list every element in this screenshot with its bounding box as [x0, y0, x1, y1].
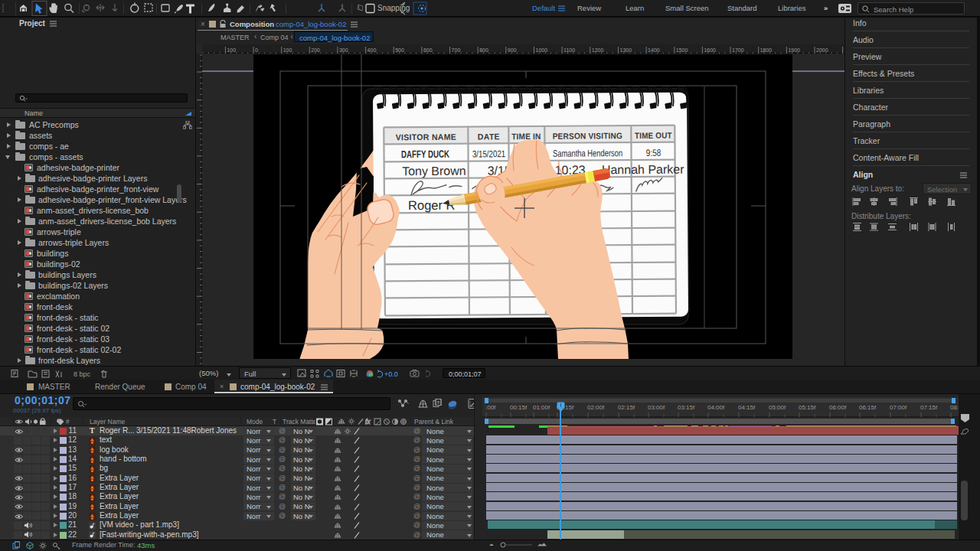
- svg-text:500: 500: [395, 47, 404, 53]
- svg-text:800: 800: [479, 47, 488, 53]
- svg-text:02:15f: 02:15f: [618, 404, 635, 411]
- svg-text:0: 0: [255, 47, 258, 53]
- svg-text:03:00f: 03:00f: [648, 404, 665, 411]
- svg-text:07:00f: 07:00f: [890, 404, 907, 411]
- svg-text:DATE: DATE: [478, 132, 500, 141]
- svg-text:fx: fx: [365, 418, 371, 425]
- svg-text:8 bpc: 8 bpc: [74, 370, 91, 378]
- svg-text:03:15f: 03:15f: [678, 404, 695, 411]
- svg-text:1600: 1600: [704, 47, 716, 53]
- svg-text:9:58: 9:58: [646, 148, 662, 158]
- svg-text:100: 100: [283, 47, 292, 53]
- svg-text:04:15f: 04:15f: [738, 404, 756, 411]
- svg-text:1100: 1100: [564, 47, 575, 53]
- svg-text:Mode: Mode: [247, 418, 263, 425]
- svg-text:300: 300: [339, 47, 348, 53]
- svg-text:Samantha Henderson: Samantha Henderson: [553, 148, 622, 158]
- svg-text:2000: 2000: [816, 47, 828, 53]
- svg-text:+0.0: +0.0: [384, 370, 398, 378]
- svg-text:05:15f: 05:15f: [799, 404, 816, 411]
- svg-text:1300: 1300: [620, 47, 632, 53]
- svg-text:DAFFY DUCK: DAFFY DUCK: [401, 148, 449, 159]
- svg-text:02:00f: 02:00f: [587, 404, 605, 411]
- svg-text:900: 900: [508, 47, 517, 53]
- svg-text:1000: 1000: [536, 47, 548, 53]
- svg-text:1700: 1700: [732, 47, 744, 53]
- svg-text:04:00f: 04:00f: [707, 404, 725, 411]
- svg-text:1900: 1900: [788, 47, 800, 53]
- svg-text:Roger R: Roger R: [408, 198, 456, 212]
- svg-text:600: 600: [423, 47, 433, 53]
- svg-text:TIME IN: TIME IN: [511, 131, 541, 141]
- svg-text:01:00f: 01:00f: [533, 404, 550, 411]
- svg-text:700: 700: [452, 47, 461, 53]
- svg-text:05:00f: 05:00f: [769, 404, 786, 411]
- svg-text:200: 200: [311, 47, 320, 53]
- svg-text:1400: 1400: [648, 47, 660, 53]
- svg-text:Snapping: Snapping: [377, 4, 410, 12]
- svg-text:3/15/2021: 3/15/2021: [472, 148, 505, 159]
- svg-text:Track Matte: Track Matte: [283, 418, 317, 425]
- svg-text:1500: 1500: [676, 47, 688, 53]
- svg-text:Tony Brown: Tony Brown: [402, 165, 466, 178]
- svg-text:Hannah Parker: Hannah Parker: [602, 163, 684, 177]
- svg-text::00f: :00f: [485, 404, 496, 411]
- svg-text:PERSON VISITING: PERSON VISITING: [553, 131, 623, 141]
- svg-text:06:00f: 06:00f: [829, 404, 847, 411]
- svg-text:400: 400: [368, 47, 377, 53]
- svg-text:VISITOR NAME: VISITOR NAME: [396, 132, 457, 142]
- svg-text:1200: 1200: [592, 47, 604, 53]
- svg-text:1800: 1800: [760, 47, 773, 53]
- svg-text:TIME OUT: TIME OUT: [635, 131, 672, 140]
- svg-text:#: #: [66, 418, 70, 425]
- svg-text:Layer Name: Layer Name: [90, 418, 126, 425]
- svg-text:00:15f: 00:15f: [510, 404, 528, 411]
- svg-text:07:15f: 07:15f: [920, 404, 938, 411]
- svg-text:Parent & Link: Parent & Link: [414, 418, 454, 425]
- svg-text:100: 100: [227, 47, 236, 53]
- svg-text:06:15f: 06:15f: [859, 404, 877, 411]
